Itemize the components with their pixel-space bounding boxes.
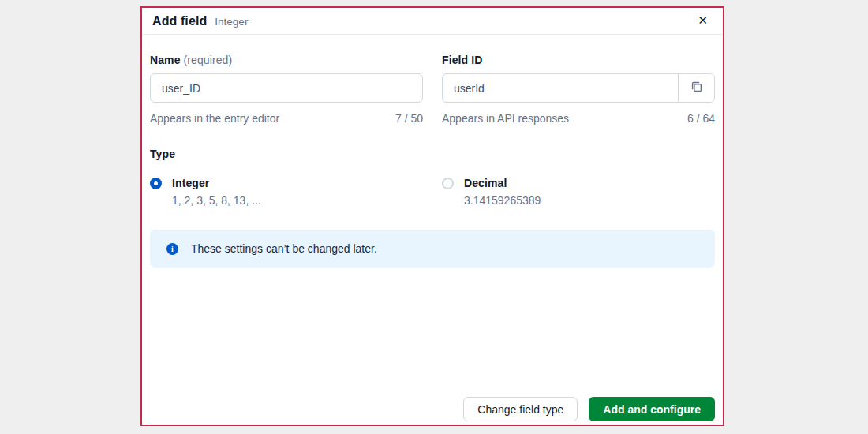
name-required-hint: (required) (184, 54, 233, 66)
dialog-title: Add field (152, 14, 207, 28)
settings-notice-banner: i These settings can’t be changed later. (150, 230, 715, 268)
field-id-input[interactable] (443, 74, 678, 102)
decimal-radio-label: Decimal (464, 177, 541, 189)
dialog-footer: Change field type Add and configure (463, 397, 715, 421)
field-id-char-counter: 6 / 64 (687, 112, 715, 125)
notice-text: These settings can’t be changed later. (191, 242, 377, 255)
integer-radio-description: 1, 2, 3, 5, 8, 13, ... (172, 194, 261, 207)
name-label: Name (required) (150, 54, 423, 66)
dialog-body: Name (required) Appears in the entry edi… (142, 35, 723, 268)
name-label-text: Name (150, 54, 181, 66)
copy-button[interactable] (678, 74, 714, 102)
integer-radio[interactable] (150, 178, 162, 189)
dialog-header: Add field Integer ✕ (142, 8, 723, 35)
field-id-helper-text: Appears in API responses (442, 112, 569, 125)
field-id-group: Field ID Appears in API responses (442, 54, 715, 125)
integer-radio-label: Integer (172, 177, 261, 189)
type-section: Type Integer 1, 2, 3, 5, 8, 13, ... Deci… (150, 148, 715, 207)
copy-icon (690, 80, 704, 96)
name-input[interactable] (150, 73, 423, 103)
field-id-label: Field ID (442, 54, 715, 66)
decimal-radio-description: 3.14159265389 (464, 194, 541, 207)
field-id-input-group (442, 73, 715, 103)
info-icon: i (166, 243, 178, 255)
type-label: Type (150, 148, 715, 160)
decimal-radio[interactable] (442, 178, 454, 189)
name-char-counter: 7 / 50 (395, 112, 423, 125)
add-and-configure-button[interactable]: Add and configure (589, 397, 715, 421)
change-field-type-button[interactable]: Change field type (463, 397, 578, 421)
name-field-group: Name (required) Appears in the entry edi… (150, 54, 423, 125)
add-field-dialog: Add field Integer ✕ Name (required) Appe… (140, 6, 724, 426)
type-option-decimal[interactable]: Decimal 3.14159265389 (442, 177, 715, 207)
name-helper-text: Appears in the entry editor (150, 112, 279, 125)
type-option-integer[interactable]: Integer 1, 2, 3, 5, 8, 13, ... (150, 177, 423, 207)
dialog-subtitle: Integer (215, 16, 248, 28)
close-icon[interactable]: ✕ (694, 13, 711, 28)
